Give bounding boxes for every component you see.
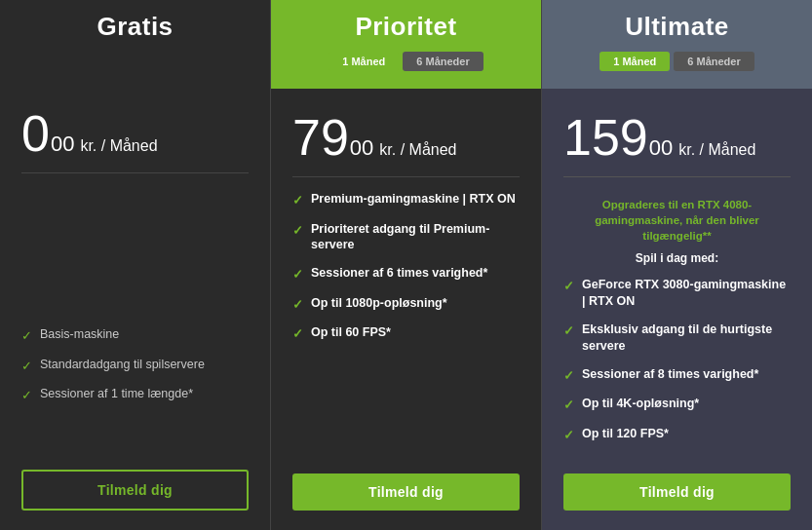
- feature-item: ✓ GeForce RTX 3080-gamingmaskine | RTX O…: [563, 277, 791, 310]
- play-today-label: Spil i dag med:: [563, 251, 791, 265]
- toggle-1month-prioritet[interactable]: 1 Måned: [329, 52, 399, 71]
- plan-header-gratis: Gratis: [0, 0, 270, 56]
- feature-text: Premium-gamingmaskine | RTX ON: [311, 191, 516, 208]
- cta-button-prioritet[interactable]: Tilmeld dig: [292, 473, 520, 511]
- features-list-ultimate: ✓ GeForce RTX 3080-gamingmaskine | RTX O…: [563, 273, 791, 473]
- toggle-1month-ultimate[interactable]: 1 Måned: [599, 52, 670, 71]
- plan-title-prioritet: Prioritet: [271, 12, 541, 42]
- billing-toggle-ultimate: 1 Måned 6 Måneder: [542, 52, 812, 71]
- upgrade-notice: Opgraderes til en RTX 4080-gamingmaskine…: [563, 197, 791, 244]
- feature-text: Sessioner af 6 times varighed*: [311, 265, 487, 282]
- price-decimal-ultimate: 00: [649, 135, 673, 161]
- plan-header-ultimate: Ultimate 1 Måned 6 Måneder: [542, 0, 812, 89]
- cta-button-ultimate[interactable]: Tilmeld dig: [563, 473, 791, 511]
- feature-text: Sessioner af 8 times varighed*: [582, 366, 758, 383]
- feature-item: ✓ Op til 60 FPS*: [292, 324, 520, 343]
- check-icon: ✓: [21, 327, 32, 345]
- feature-text: Op til 120 FPS*: [582, 426, 669, 442]
- price-main-prioritet: 79: [292, 112, 349, 163]
- toggle-6months-prioritet[interactable]: 6 Måneder: [403, 52, 483, 71]
- check-icon: ✓: [292, 266, 303, 284]
- feature-item: ✓ Standardadgang til spilservere: [21, 357, 249, 375]
- price-row-ultimate: 159 00 kr. / Måned: [563, 112, 791, 163]
- price-main-gratis: 0: [21, 108, 50, 159]
- feature-item: ✓ Basis-maskine: [21, 326, 249, 345]
- price-row-gratis: 0 00 kr. / Måned: [21, 108, 249, 159]
- spacer-gratis: [21, 183, 249, 322]
- feature-text: Op til 1080p-opløsning*: [311, 295, 447, 312]
- plan-prioritet: Prioritet 1 Måned 6 Måneder 79 00 kr. / …: [271, 0, 542, 530]
- feature-item: ✓ Sessioner af 1 time længde*: [21, 386, 249, 404]
- features-list-prioritet: ✓ Premium-gamingmaskine | RTX ON ✓ Prior…: [292, 187, 520, 473]
- price-main-ultimate: 159: [563, 112, 648, 163]
- check-icon: ✓: [292, 222, 303, 240]
- feature-text: GeForce RTX 3080-gamingmaskine | RTX ON: [582, 277, 791, 310]
- price-decimal-gratis: 00: [51, 132, 74, 157]
- feature-text: Op til 4K-opløsning*: [582, 396, 699, 412]
- plan-title-ultimate: Ultimate: [542, 12, 812, 42]
- price-unit-gratis: kr. / Måned: [80, 137, 157, 155]
- feature-item: ✓ Op til 120 FPS*: [563, 426, 791, 444]
- price-row-prioritet: 79 00 kr. / Måned: [292, 112, 520, 163]
- plan-header-prioritet: Prioritet 1 Måned 6 Måneder: [271, 0, 541, 89]
- feature-text: Eksklusiv adgang til de hurtigste server…: [582, 322, 791, 355]
- check-icon: ✓: [563, 367, 574, 385]
- price-section-gratis: 0 00 kr. / Måned: [21, 98, 249, 173]
- feature-item: ✓ Premium-gamingmaskine | RTX ON: [292, 191, 520, 209]
- feature-text: Basis-maskine: [40, 326, 119, 343]
- check-icon: ✓: [21, 358, 32, 375]
- price-unit-prioritet: kr. / Måned: [379, 141, 456, 159]
- feature-item: ✓ Sessioner af 6 times varighed*: [292, 265, 520, 284]
- billing-toggle-prioritet: 1 Måned 6 Måneder: [271, 52, 541, 71]
- feature-item: ✓ Prioriteret adgang til Premium-servere: [292, 221, 520, 254]
- feature-item: ✓ Sessioner af 8 times varighed*: [563, 366, 791, 385]
- price-decimal-prioritet: 00: [350, 135, 373, 161]
- check-icon: ✓: [563, 278, 574, 295]
- check-icon: ✓: [292, 192, 303, 209]
- feature-item: ✓ Op til 1080p-opløsning*: [292, 295, 520, 314]
- price-section-ultimate: 159 00 kr. / Måned: [563, 102, 791, 177]
- check-icon: ✓: [292, 325, 303, 343]
- plan-gratis: Gratis 0 00 kr. / Måned ✓ Basis-maskine …: [0, 0, 271, 530]
- price-unit-ultimate: kr. / Måned: [678, 141, 755, 159]
- check-icon: ✓: [563, 397, 574, 414]
- feature-item: ✓ Op til 4K-opløsning*: [563, 396, 791, 414]
- toggle-6months-ultimate[interactable]: 6 Måneder: [674, 52, 754, 71]
- price-section-prioritet: 79 00 kr. / Måned: [292, 102, 520, 177]
- feature-item: ✓ Eksklusiv adgang til de hurtigste serv…: [563, 322, 791, 355]
- cta-button-gratis[interactable]: Tilmeld dig: [21, 470, 249, 511]
- feature-text: Prioriteret adgang til Premium-servere: [311, 221, 520, 254]
- plan-ultimate: Ultimate 1 Måned 6 Måneder 159 00 kr. / …: [542, 0, 812, 530]
- check-icon: ✓: [563, 427, 574, 444]
- features-list-gratis: ✓ Basis-maskine ✓ Standardadgang til spi…: [21, 322, 249, 470]
- feature-text: Sessioner af 1 time længde*: [40, 386, 193, 402]
- feature-text: Standardadgang til spilservere: [40, 357, 205, 373]
- feature-text: Op til 60 FPS*: [311, 324, 391, 341]
- check-icon: ✓: [21, 387, 32, 404]
- plan-title-gratis: Gratis: [0, 12, 270, 42]
- pricing-container: Gratis 0 00 kr. / Måned ✓ Basis-maskine …: [0, 0, 812, 530]
- check-icon: ✓: [563, 322, 574, 340]
- check-icon: ✓: [292, 296, 303, 314]
